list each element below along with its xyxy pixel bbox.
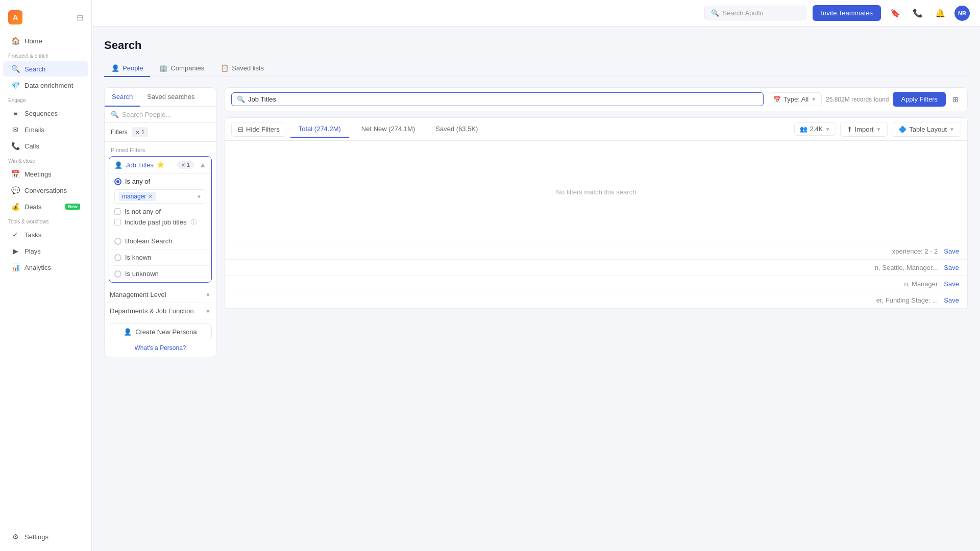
whats-a-persona-link[interactable]: What's a Persona? bbox=[105, 344, 216, 357]
search-people-input[interactable] bbox=[122, 111, 210, 118]
bookmark-icon[interactable]: 🔖 bbox=[887, 5, 903, 21]
is-unknown-label: Is unknown bbox=[125, 270, 159, 278]
boolean-search-label: Boolean Search bbox=[125, 237, 173, 245]
result-tab-total[interactable]: Total (274.2M) bbox=[290, 121, 349, 138]
include-past-checkbox[interactable] bbox=[114, 219, 121, 226]
table-layout-button[interactable]: 🔷 Table Layout ▼ bbox=[892, 122, 961, 137]
panel-tab-saved-searches[interactable]: Saved searches bbox=[140, 88, 202, 107]
filter-search-input[interactable] bbox=[248, 95, 758, 103]
grid-view-icon[interactable]: ⊞ bbox=[950, 93, 961, 106]
save-link-3[interactable]: Save bbox=[944, 296, 959, 304]
is-known-radio[interactable] bbox=[114, 254, 121, 261]
no-filters-text: No filters match this search bbox=[556, 188, 636, 196]
sidebar-item-emails[interactable]: ✉ Emails bbox=[3, 122, 88, 137]
info-icon: ⓘ bbox=[191, 218, 197, 226]
topbar: 🔍 Search Apollo Invite Teammates 🔖 📞 🔔 N… bbox=[92, 0, 980, 27]
import-chevron: ▼ bbox=[876, 127, 881, 132]
management-level-filter[interactable]: Management Level ▼ bbox=[105, 287, 216, 303]
panel-tabs: Search Saved searches bbox=[105, 88, 216, 107]
include-past-option[interactable]: Include past job titles ⓘ bbox=[114, 218, 206, 226]
sidebar-item-meetings[interactable]: 📅 Meetings bbox=[3, 166, 88, 182]
filter-clear-badge[interactable]: ✕ 1 bbox=[132, 127, 149, 137]
job-titles-header: 👤 Job Titles ⭐ ✕ 1 ▲ bbox=[109, 157, 211, 173]
sidebar-item-settings[interactable]: ⚙ Settings bbox=[3, 529, 88, 544]
job-titles-clear-badge[interactable]: ✕ 1 bbox=[177, 161, 194, 169]
invite-teammates-button[interactable]: Invite Teammates bbox=[813, 5, 881, 21]
app-logo: A bbox=[8, 10, 22, 24]
search-apollo-button[interactable]: 🔍 Search Apollo bbox=[704, 6, 806, 20]
sidebar-item-search[interactable]: 🔍 Search bbox=[3, 61, 88, 77]
remove-tag-button[interactable]: ✕ bbox=[148, 193, 153, 200]
sidebar-item-sequences[interactable]: ≡ Sequences bbox=[3, 106, 88, 121]
hide-filters-button[interactable]: ⊟ Hide Filters bbox=[231, 122, 286, 137]
section-label-tools: Tools & workflows bbox=[0, 215, 91, 227]
job-titles-label: Job Titles bbox=[126, 161, 154, 169]
is-not-any-of-checkbox[interactable] bbox=[114, 208, 121, 215]
tab-people[interactable]: 👤 People bbox=[104, 60, 150, 77]
avatar[interactable]: NR bbox=[954, 6, 970, 21]
sidebar-item-label: Emails bbox=[24, 126, 44, 134]
save-link-1[interactable]: Save bbox=[944, 264, 959, 271]
sidebar-item-conversations[interactable]: 💬 Conversations bbox=[3, 183, 88, 198]
sidebar-item-data-enrichment[interactable]: 💎 Data enrichment bbox=[3, 78, 88, 93]
toolbar-right: 👥 2.4K ▼ ⬆ Import ▼ 🔷 Tabl bbox=[794, 122, 961, 137]
no-filters-message: No filters match this search bbox=[225, 141, 967, 243]
sidebar-item-calls[interactable]: 📞 Calls bbox=[3, 138, 88, 154]
filter-search-icon: 🔍 bbox=[237, 95, 245, 103]
is-unknown-item[interactable]: Is unknown bbox=[109, 266, 211, 282]
panel-tab-search[interactable]: Search bbox=[105, 88, 140, 107]
import-button[interactable]: ⬆ Import ▼ bbox=[840, 122, 888, 137]
save-link-2[interactable]: Save bbox=[944, 280, 959, 288]
sidebar-item-label: Plays bbox=[24, 247, 41, 255]
phone-icon[interactable]: 📞 bbox=[910, 5, 926, 21]
sidebar-item-analytics[interactable]: 📊 Analytics bbox=[3, 260, 88, 275]
logo-area: A ⊟ bbox=[0, 6, 91, 33]
management-level-label: Management Level bbox=[110, 291, 166, 298]
boolean-search-radio[interactable] bbox=[114, 238, 121, 245]
sidebar-item-label: Conversations bbox=[24, 187, 67, 194]
page-tabs: 👤 People 🏢 Companies 📋 Saved lists bbox=[104, 60, 968, 77]
bell-icon[interactable]: 🔔 bbox=[932, 5, 948, 21]
sidebar-item-label: Meetings bbox=[24, 170, 52, 178]
is-not-any-of-option[interactable]: Is not any of bbox=[114, 208, 206, 215]
is-any-of-radio[interactable] bbox=[114, 178, 121, 185]
result-tab-saved[interactable]: Saved (63.5K) bbox=[427, 121, 486, 138]
create-persona-button[interactable]: 👤 Create New Persona bbox=[109, 323, 212, 340]
departments-filter[interactable]: Departments & Job Function ▼ bbox=[105, 303, 216, 319]
is-unknown-radio[interactable] bbox=[114, 270, 121, 278]
is-any-of-option[interactable]: Is any of bbox=[114, 178, 206, 185]
sidebar-item-label: Data enrichment bbox=[24, 82, 73, 89]
table-layout-chevron: ▼ bbox=[949, 127, 954, 132]
sidebar-item-tasks[interactable]: ✓ Tasks bbox=[3, 227, 88, 242]
sidebar-item-label: Deals bbox=[24, 203, 41, 211]
filter-search-input-area: 🔍 bbox=[231, 92, 764, 106]
bulk-select-button[interactable]: 👥 2.4K ▼ bbox=[794, 122, 836, 136]
tab-saved-lists[interactable]: 📋 Saved lists bbox=[213, 60, 271, 77]
save-link-0[interactable]: Save bbox=[944, 247, 959, 255]
companies-tab-icon: 🏢 bbox=[159, 64, 167, 72]
manager-tag: manager ✕ bbox=[119, 192, 156, 201]
sidebar-item-label: Home bbox=[24, 37, 42, 45]
section-label-prospect: Prospect & enrich bbox=[0, 49, 91, 61]
sidebar-item-home[interactable]: 🏠 Home bbox=[3, 33, 88, 48]
boolean-search-item[interactable]: Boolean Search bbox=[109, 233, 211, 249]
sidebar-bottom: ⚙ Settings bbox=[0, 529, 91, 545]
create-persona-label: Create New Persona bbox=[135, 328, 197, 336]
search-people-icon: 🔍 bbox=[111, 111, 119, 118]
type-select[interactable]: 📅 Type: All ▼ bbox=[768, 92, 822, 106]
tag-dropdown-arrow[interactable]: ▼ bbox=[197, 194, 202, 199]
bulk-chevron: ▼ bbox=[825, 127, 830, 132]
apply-filters-button[interactable]: Apply Filters bbox=[893, 92, 946, 107]
tag-input[interactable] bbox=[159, 193, 193, 200]
tab-companies[interactable]: 🏢 Companies bbox=[152, 60, 211, 77]
result-tab-net-new[interactable]: Net New (274.1M) bbox=[353, 121, 423, 138]
sidebar-collapse-button[interactable]: ⊟ bbox=[77, 13, 83, 22]
pinned-filters-header: Pinned Filters bbox=[105, 142, 216, 156]
conversations-icon: 💬 bbox=[11, 186, 19, 194]
is-known-item[interactable]: Is known bbox=[109, 249, 211, 266]
sidebar-item-deals[interactable]: 💰 Deals New bbox=[3, 199, 88, 214]
collapse-job-titles-button[interactable]: ▲ bbox=[199, 161, 206, 169]
enrichment-icon: 💎 bbox=[11, 81, 19, 89]
sidebar-item-plays[interactable]: ▶ Plays bbox=[3, 243, 88, 259]
tab-label: Saved lists bbox=[232, 64, 264, 72]
